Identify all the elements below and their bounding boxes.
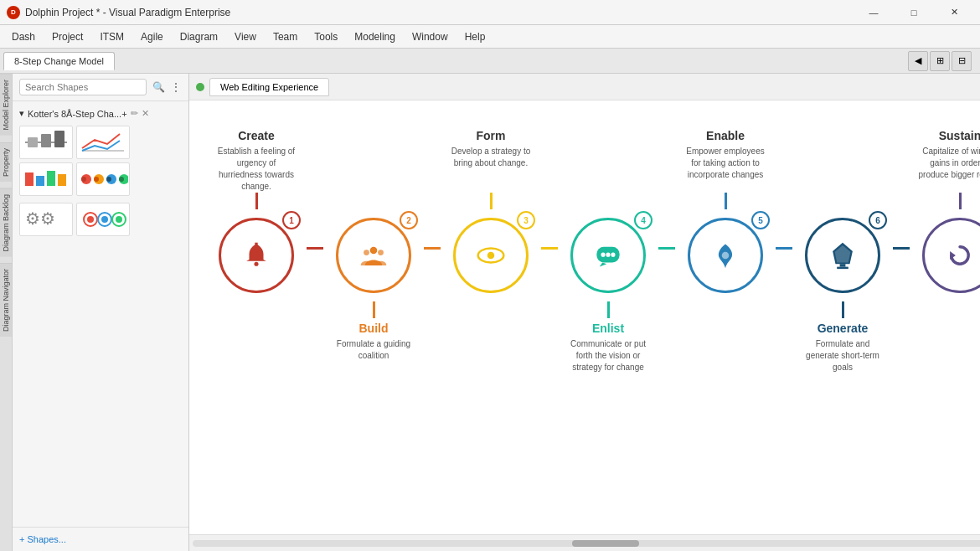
shape-thumb-1[interactable]: [19, 126, 73, 159]
step-circle-container-5[interactable]: 5: [688, 218, 763, 293]
step-circle-1: [219, 218, 294, 293]
step-circle-container-2[interactable]: 2: [336, 218, 411, 293]
step-circle-container-7[interactable]: 7: [922, 218, 980, 293]
step-circle-4: [570, 218, 646, 293]
sidebar-diagram-navigator[interactable]: Diagram Navigator: [0, 263, 12, 337]
svg-point-27: [364, 250, 369, 255]
step-vline-bottom-6: [842, 301, 844, 318]
step-vline-top-3: [490, 193, 493, 209]
step-desc-top-7: Capitalize of wins or gains in order to …: [918, 146, 980, 181]
menu-item-help[interactable]: Help: [456, 28, 494, 46]
menu-item-agile[interactable]: Agile: [132, 28, 172, 46]
maximize-button[interactable]: □: [895, 0, 933, 25]
menu-bar: DashProjectITSMAgileDiagramViewTeamTools…: [0, 25, 980, 49]
svg-rect-7: [47, 171, 55, 186]
add-shapes-button[interactable]: + Shapes...: [13, 527, 188, 551]
svg-rect-5: [25, 173, 34, 186]
svg-rect-3: [54, 131, 64, 147]
sidebar-diagram-backlog[interactable]: Diagram Backlog: [0, 188, 12, 257]
shape-thumb-5[interactable]: ⚙⚙: [19, 203, 73, 236]
menu-item-team[interactable]: Team: [265, 28, 306, 46]
step-title-top-7: Sustain: [939, 129, 980, 142]
minimize-button[interactable]: —: [854, 0, 893, 25]
status-indicator: [196, 83, 204, 91]
step-circle-2: [336, 218, 411, 293]
step-col-5: EnableEmpower employees for taking actio…: [675, 126, 776, 385]
step-col-3: FormDevelop a strategy to bring about ch…: [441, 126, 541, 385]
step-number-3: 3: [517, 211, 535, 229]
step-vline-top-1: [255, 193, 258, 209]
step-circle-6: [805, 218, 880, 293]
svg-point-33: [606, 253, 610, 257]
step-col-6: 6GenerateFormulate and generate short-te…: [792, 126, 893, 385]
step-circle-3: [453, 218, 529, 293]
step-vline-bottom-4: [607, 301, 610, 318]
search-input[interactable]: [19, 79, 147, 95]
svg-rect-6: [36, 176, 44, 186]
step-number-5: 5: [751, 211, 770, 229]
diagram-tab[interactable]: 8-Step Change Model: [3, 52, 115, 70]
search-icon[interactable]: 🔍: [150, 79, 167, 95]
menu-item-itsm[interactable]: ITSM: [91, 28, 132, 46]
svg-point-23: [116, 216, 122, 223]
tab-icon-split[interactable]: ⊟: [952, 51, 972, 71]
menu-item-project[interactable]: Project: [44, 28, 91, 46]
menu-item-window[interactable]: Window: [404, 28, 456, 46]
shape-panel: ▾ Kotter's 8Å-Step Cha...+ ✏ ✕: [13, 101, 188, 527]
svg-rect-39: [840, 264, 846, 266]
menu-item-view[interactable]: View: [226, 28, 265, 46]
step-circle-container-4[interactable]: 4: [570, 218, 646, 293]
svg-point-16: [119, 177, 124, 182]
svg-point-28: [378, 250, 384, 255]
step-bottom-label-6: GenerateFormulate and generate short-ter…: [801, 318, 885, 385]
close-folder-icon[interactable]: ✕: [142, 108, 149, 119]
bottom-scrollbar[interactable]: [189, 534, 980, 551]
menu-item-modeling[interactable]: Modeling: [346, 28, 404, 46]
app-icon: D: [7, 6, 20, 19]
step-vline-top-5: [725, 193, 727, 209]
shape-thumb-4[interactable]: [76, 162, 130, 196]
connector-2: [424, 247, 441, 250]
svg-marker-35: [600, 263, 607, 267]
svg-point-30: [487, 252, 495, 260]
tab-icon-grid[interactable]: ⊞: [930, 51, 950, 71]
menu-item-tools[interactable]: Tools: [306, 28, 346, 46]
step-col-7: SustainCapitalize of wins or gains in or…: [910, 126, 980, 385]
step-bottom-label-2: BuildFormulate a guiding coalition: [332, 318, 415, 385]
sidebar-property[interactable]: Property: [0, 142, 12, 182]
window-title: Dolphin Project * - Visual Paradigm Ente…: [25, 7, 849, 18]
shape-thumb-2[interactable]: [76, 126, 130, 159]
folder-arrow: ▾: [19, 108, 24, 119]
svg-rect-2: [41, 134, 51, 147]
step-desc-top-5: Empower employees for taking action to i…: [683, 146, 767, 181]
menu-item-dash[interactable]: Dash: [3, 28, 44, 46]
sidebar-model-explorer[interactable]: Model Explorer: [0, 74, 12, 136]
tab-icon-back[interactable]: ◀: [908, 51, 928, 71]
step-desc-bottom-6: Formulate and generate short-term goals: [801, 338, 885, 373]
step-circle-container-1[interactable]: 1: [219, 218, 294, 293]
window-controls: — □ ✕: [854, 0, 973, 25]
shape-thumb-3[interactable]: [19, 162, 73, 196]
close-button[interactable]: ✕: [935, 0, 973, 25]
menu-item-diagram[interactable]: Diagram: [172, 28, 226, 46]
step-circle-container-6[interactable]: 6: [805, 218, 880, 293]
shape-thumb-6[interactable]: [76, 203, 130, 236]
title-bar: D Dolphin Project * - Visual Paradigm En…: [0, 0, 980, 25]
step-desc-bottom-2: Formulate a guiding coalition: [332, 338, 415, 362]
diagram-canvas[interactable]: CreateEstablish a feeling of urgency of …: [189, 100, 980, 534]
scroll-track[interactable]: [193, 540, 980, 547]
web-editing-tab[interactable]: Web Editing Experience: [209, 78, 329, 96]
more-options-icon[interactable]: ⋮: [170, 80, 182, 94]
shape-grid-row1: [16, 122, 185, 199]
vertical-sidebar: Model Explorer Property Diagram Backlog …: [0, 74, 13, 551]
step-number-4: 4: [634, 211, 652, 229]
shape-folder-kotter[interactable]: ▾ Kotter's 8Å-Step Cha...+ ✏ ✕: [16, 105, 185, 122]
step-circle-container-3[interactable]: 3: [453, 218, 529, 293]
edit-folder-icon[interactable]: ✏: [131, 108, 138, 119]
step-top-label-7: SustainCapitalize of wins or gains in or…: [918, 126, 980, 193]
step-bottom-label-4: EnlistCommunicate or put forth the visio…: [566, 318, 650, 385]
step-title-bottom-6: Generate: [818, 322, 869, 335]
connector-5: [776, 247, 792, 250]
step-title-bottom-4: Enlist: [592, 322, 624, 335]
scroll-thumb[interactable]: [572, 540, 639, 547]
